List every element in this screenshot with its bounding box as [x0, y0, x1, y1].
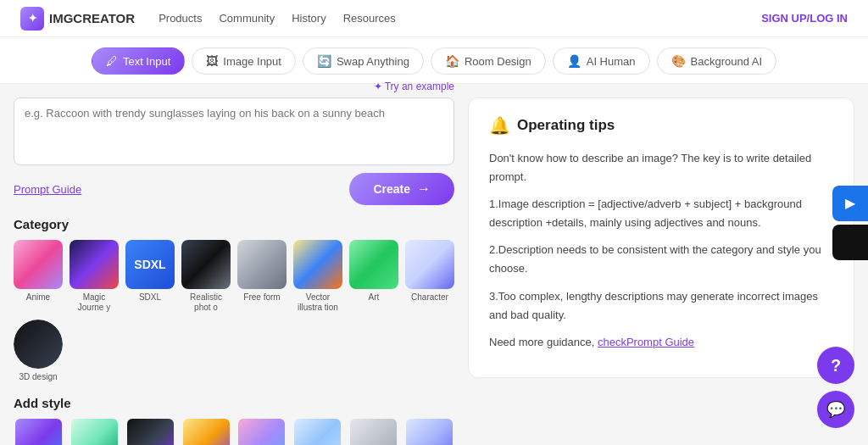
question-icon: ? — [831, 356, 841, 375]
sparkle-icon: ✦ — [374, 81, 382, 92]
category-item-realistic[interactable]: Realistic phot o — [181, 240, 231, 313]
prompt-guide-link[interactable]: Prompt Guide — [14, 183, 81, 196]
tab-ai-human[interactable]: 👤 AI Human — [553, 47, 650, 75]
tips-guidance: Need more guidance, checkPrompt Guide — [489, 333, 833, 352]
category-label-magic: Magic Journe y — [70, 292, 119, 313]
right-panel: 🔔 Operating tips Don't know how to descr… — [468, 97, 854, 378]
logo[interactable]: ✦ IMGCREATOR — [20, 7, 135, 31]
prompt-textarea[interactable] — [14, 97, 454, 165]
tab-room-label: Room Design — [465, 55, 531, 68]
check-prompt-guide-link[interactable]: checkPrompt Guide — [598, 336, 694, 348]
tab-image-input-label: Image Input — [223, 55, 281, 68]
style-item-classic[interactable]: Anime Classi c — [292, 419, 343, 445]
prompt-bottom-row: Prompt Guide Create → — [14, 173, 454, 205]
tab-ai-human-label: AI Human — [587, 55, 636, 68]
tab-swap-anything[interactable]: 🔄 Swap Anything — [303, 47, 424, 75]
tips-body: Don't know how to describe an image? The… — [489, 149, 833, 352]
tab-text-input-label: Text Input — [123, 55, 170, 68]
help-button[interactable]: ? — [817, 347, 854, 384]
category-item-3d[interactable]: 3D design — [14, 320, 63, 382]
arrow-icon: → — [417, 181, 431, 197]
google-play-button[interactable]: ▶ — [832, 186, 868, 221]
add-style-section: Add style Anime Vivacit y Japanese Ani m… — [14, 396, 454, 445]
create-button[interactable]: Create → — [349, 173, 454, 205]
create-label: Create — [373, 182, 410, 196]
swap-icon: 🔄 — [317, 54, 331, 68]
try-example[interactable]: ✦ Try an example — [374, 81, 454, 92]
category-label-character: Character — [411, 292, 448, 303]
style-item-kawaii[interactable]: KawaiiMix Gir l — [403, 419, 454, 445]
style-item-japanese[interactable]: Japanese Ani me — [70, 419, 120, 445]
tab-background-ai-label: Background AI — [691, 55, 763, 68]
tab-background-ai[interactable]: 🎨 Background AI — [657, 47, 777, 75]
category-title: Category — [14, 217, 454, 231]
main-content: ✦ Try an example Prompt Guide Create → C… — [0, 84, 868, 445]
style-item-colorful[interactable]: Colorful — [236, 419, 287, 445]
style-item-lineart[interactable]: Lineart Girl — [348, 419, 399, 445]
tab-swap-label: Swap Anything — [337, 55, 409, 68]
tab-room-design[interactable]: 🏠 Room Design — [431, 47, 546, 75]
style-item-vivacity[interactable]: Anime Vivacit y — [14, 419, 64, 445]
category-item-vector[interactable]: Vector illustra tion — [293, 240, 342, 313]
logo-icon: ✦ — [20, 7, 44, 31]
category-item-art[interactable]: Art — [349, 240, 398, 313]
category-grid: Anime Magic Journe y SDXL SDXL Realistic… — [14, 240, 454, 382]
add-style-title: Add style — [14, 396, 454, 410]
chat-icon: 💬 — [826, 400, 845, 419]
category-item-anime[interactable]: Anime — [14, 240, 63, 313]
category-label-realistic: Realistic phot o — [181, 292, 231, 313]
category-section: Category Anime Magic Journe y SDXL SDXL … — [14, 217, 454, 382]
style-grid-row1: Anime Vivacit y Japanese Ani me maturema… — [14, 419, 454, 445]
category-item-magic[interactable]: Magic Journe y — [70, 240, 119, 313]
nav-resources[interactable]: Resources — [343, 8, 396, 28]
category-label-freeform: Free form — [243, 292, 280, 303]
nav-community[interactable]: Community — [219, 8, 275, 28]
room-icon: 🏠 — [445, 54, 459, 68]
category-label-art: Art — [369, 292, 380, 303]
tips-tip2: 2.Description needs to be consistent wit… — [489, 241, 833, 278]
operating-tips-title-text: Operating tips — [517, 117, 615, 134]
apple-store-button[interactable] — [832, 225, 868, 260]
tab-text-input[interactable]: 🖊 Text Input — [92, 47, 185, 75]
tips-tip3: 3.Too complex, lengthy descriptions may … — [489, 287, 833, 325]
textarea-container: ✦ Try an example — [14, 97, 454, 168]
nav-products[interactable]: Products — [159, 8, 202, 28]
tips-guidance-prefix: Need more guidance, — [489, 336, 598, 348]
left-panel: ✦ Try an example Prompt Guide Create → C… — [14, 97, 468, 445]
google-play-icon: ▶ — [845, 195, 855, 211]
category-item-character[interactable]: Character — [405, 240, 454, 313]
ai-human-icon: 👤 — [567, 54, 581, 68]
logo-text: IMGCREATOR — [49, 11, 135, 25]
background-ai-icon: 🎨 — [671, 54, 686, 68]
bottom-float-panel: ? 💬 — [817, 347, 854, 428]
category-item-freeform[interactable]: Free form — [237, 240, 287, 313]
tab-image-input[interactable]: 🖼 Image Input — [192, 47, 296, 75]
category-label-sdxl: SDXL — [139, 292, 161, 303]
category-item-sdxl[interactable]: SDXL SDXL — [125, 240, 175, 313]
operating-tips-header: 🔔 Operating tips — [489, 115, 833, 136]
tips-intro: Don't know how to describe an image? The… — [489, 149, 833, 186]
side-float-panel: ▶ — [832, 186, 868, 260]
nav-links: Products Community History Resources — [159, 8, 761, 28]
style-item-mature[interactable]: maturemale mix — [125, 419, 176, 445]
try-example-label[interactable]: Try an example — [385, 81, 454, 92]
toolbar: 🖊 Text Input 🖼 Image Input 🔄 Swap Anythi… — [0, 37, 868, 84]
nav-history[interactable]: History — [292, 8, 326, 28]
category-label-anime: Anime — [26, 292, 50, 303]
tips-tip1: 1.Image description = [adjective/adverb … — [489, 195, 833, 232]
category-label-3d: 3D design — [19, 372, 57, 382]
category-label-vector: Vector illustra tion — [293, 292, 342, 313]
chat-button[interactable]: 💬 — [817, 391, 854, 428]
text-input-icon: 🖊 — [106, 54, 118, 68]
style-item-drawing[interactable]: Anime Drawin g — [181, 419, 231, 445]
bell-icon: 🔔 — [489, 115, 510, 136]
navbar: ✦ IMGCREATOR Products Community History … — [0, 0, 868, 37]
signin-button[interactable]: SIGN UP/LOG IN — [761, 12, 848, 25]
image-input-icon: 🖼 — [206, 54, 218, 68]
